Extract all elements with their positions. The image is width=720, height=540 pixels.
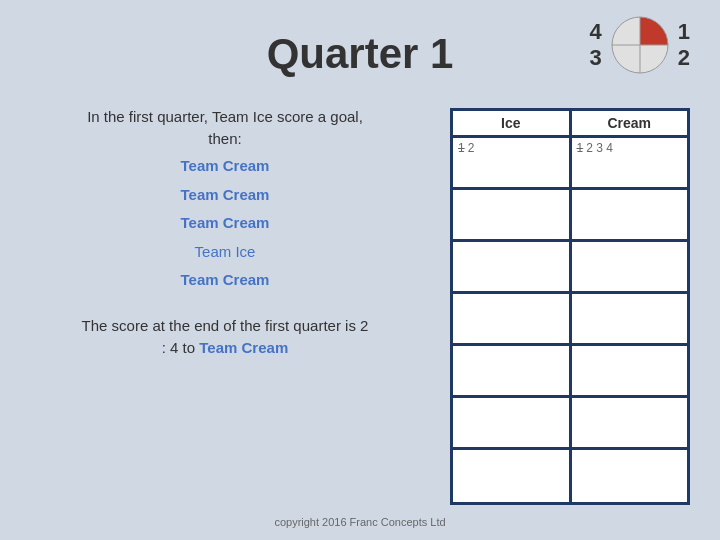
scoreboard-row-1: 1 2 1 2 3 4 [453,138,687,190]
cell-ice-7 [453,450,572,502]
list-item: Team Cream [30,209,420,238]
score-right-bottom: 2 [678,45,690,71]
score-summary-line2: : 4 to Team Cream [30,337,420,360]
copyright: copyright 2016 Franc Concepts Ltd [274,516,445,528]
cell-ice-3 [453,242,572,291]
cell-ice-1: 1 2 [453,138,572,187]
intro-line: In the first quarter, Team Ice score a g… [30,108,420,125]
page: 4 3 1 2 Quarter 1 In the first quarter, … [0,0,720,540]
intro-then: then: [30,130,420,147]
score-summary-team-cream: Team Cream [199,339,288,356]
scoreboard: Ice Cream 1 2 1 2 3 4 [450,108,690,505]
list-item: Team Ice [30,238,420,267]
main-content: In the first quarter, Team Ice score a g… [30,108,690,505]
team-list: Team Cream Team Cream Team Cream Team Ic… [30,152,420,295]
cell-cream-6 [572,398,688,447]
cream-score-strike: 1 [577,141,584,155]
score-summary: The score at the end of the first quarte… [30,315,420,360]
score-left-top: 4 [590,19,602,45]
cell-cream-3 [572,242,688,291]
score-right-top: 1 [678,19,690,45]
cell-ice-4 [453,294,572,343]
scoreboard-row-3 [453,242,687,294]
then-text: then: [208,130,241,147]
score-left-bottom: 3 [590,45,602,71]
header-ice: Ice [453,111,572,135]
team-cream-3: Team Cream [181,214,270,231]
left-text-column: In the first quarter, Team Ice score a g… [30,108,420,360]
score-area: 4 3 1 2 [590,15,691,75]
team-cream-2: Team Cream [181,186,270,203]
scoreboard-row-7 [453,450,687,502]
intro-text: In the first quarter, Team Ice score a g… [87,108,363,125]
cell-ice-6 [453,398,572,447]
scoreboard-header: Ice Cream [453,111,687,138]
ice-score-2: 2 [468,141,475,155]
team-cream-1: Team Cream [181,157,270,174]
scoreboard-row-2 [453,190,687,242]
cell-cream-7 [572,450,688,502]
scoreboard-row-4 [453,294,687,346]
cell-cream-2 [572,190,688,239]
cell-ice-5 [453,346,572,395]
cell-cream-5 [572,346,688,395]
list-item: Team Cream [30,181,420,210]
score-numbers: 4 3 [590,19,602,72]
scoreboard-row-6 [453,398,687,450]
team-cream-4: Team Cream [181,271,270,288]
header-cream: Cream [572,111,688,135]
list-item: Team Cream [30,152,420,181]
cell-cream-1: 1 2 3 4 [572,138,688,187]
ice-score-strike: 1 [458,141,465,155]
score-numbers-right: 1 2 [678,19,690,72]
cell-cream-4 [572,294,688,343]
pie-chart [610,15,670,75]
list-item: Team Cream [30,266,420,295]
cell-ice-2 [453,190,572,239]
score-summary-line1: The score at the end of the first quarte… [30,315,420,338]
scoreboard-row-5 [453,346,687,398]
cream-score-rest: 2 3 4 [586,141,613,155]
team-ice-1: Team Ice [195,243,256,260]
